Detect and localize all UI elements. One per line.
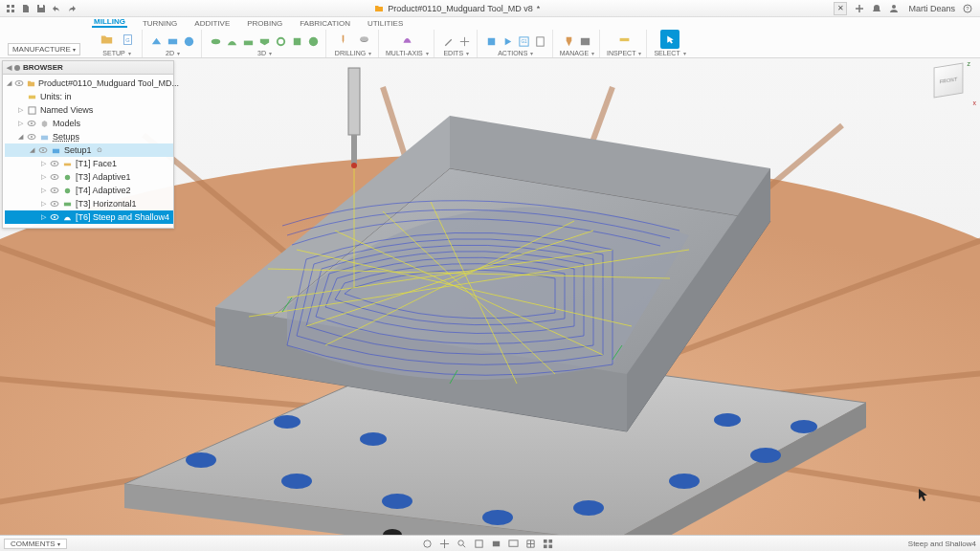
tree-models[interactable]: ▷Models	[5, 117, 173, 130]
undo-icon[interactable]	[50, 2, 63, 15]
bottom-bar: COMMENTS ▾ Steep and Shallow4	[0, 535, 980, 551]
2d-op1-icon[interactable]	[149, 34, 164, 49]
tree-setup1[interactable]: ◢Setup1⊙	[5, 143, 173, 157]
display-icon[interactable]	[507, 538, 520, 550]
tree-named-views[interactable]: ▷Named Views	[5, 103, 173, 117]
tree-root[interactable]: ◢Product#0110_Mudguard Tool_MD...	[5, 77, 173, 90]
fit-icon[interactable]	[473, 538, 485, 550]
2d-op2-icon[interactable]	[166, 34, 180, 49]
tree-units[interactable]: Units: in	[5, 90, 173, 103]
ribbon-tabs: MILLING TURNING ADDITIVE PROBING FABRICA…	[88, 17, 980, 28]
extensions-icon[interactable]	[853, 2, 866, 15]
3d-op5-icon[interactable]	[274, 34, 288, 49]
svg-point-37	[186, 452, 216, 468]
svg-point-41	[573, 500, 604, 516]
tree-setups[interactable]: ◢Setups	[5, 130, 173, 143]
svg-rect-93	[64, 202, 71, 206]
svg-rect-20	[537, 37, 544, 46]
close-document-button[interactable]: ✕	[834, 2, 847, 15]
3d-op3-icon[interactable]	[241, 34, 256, 49]
svg-point-83	[54, 163, 56, 165]
tool-library-icon[interactable]	[562, 34, 576, 49]
svg-rect-9	[168, 39, 177, 45]
3d-op2-icon[interactable]	[225, 34, 239, 49]
edit-op2-icon[interactable]	[457, 34, 472, 49]
3d-op6-icon[interactable]	[290, 34, 304, 49]
simulate-icon[interactable]	[501, 34, 515, 49]
view-cube[interactable]: FRONT z x	[932, 64, 972, 104]
viewports-icon[interactable]	[542, 538, 554, 550]
svg-rect-1	[11, 5, 14, 8]
svg-point-4	[892, 5, 896, 9]
orbit-icon[interactable]	[421, 538, 434, 550]
3d-op7-icon[interactable]	[306, 34, 321, 49]
save-icon[interactable]	[34, 2, 48, 15]
look-at-icon[interactable]	[490, 538, 502, 550]
cutting-tool	[348, 68, 360, 168]
3d-op4-icon[interactable]	[257, 34, 272, 49]
task-manager-icon[interactable]	[578, 34, 592, 49]
svg-point-16	[360, 36, 368, 41]
tree-op-steep-shallow4[interactable]: ▷[T6] Steep and Shallow4	[5, 210, 173, 224]
file-icon[interactable]	[19, 2, 33, 15]
tree-op-adaptive2[interactable]: ▷[T4] Adaptive2	[5, 184, 173, 197]
svg-rect-3	[11, 10, 14, 12]
edit-op1-icon[interactable]	[441, 34, 456, 49]
2d-op3-icon[interactable]	[182, 34, 196, 49]
svg-point-10	[185, 37, 193, 46]
folder-icon[interactable]	[97, 30, 116, 49]
browser-header[interactable]: ◀BROWSER	[3, 61, 173, 75]
hole-icon[interactable]	[354, 30, 373, 49]
pan-icon[interactable]	[438, 538, 451, 550]
svg-line-98	[462, 544, 465, 547]
svg-point-80	[42, 149, 44, 151]
multiaxis-icon[interactable]	[397, 30, 416, 49]
tree-op-adaptive1[interactable]: ▷[T3] Adaptive1	[5, 170, 173, 184]
select-icon[interactable]	[660, 30, 679, 49]
tab-additive[interactable]: ADDITIVE	[192, 19, 232, 28]
tree-op-face1[interactable]: ▷[T1] Face1	[5, 157, 173, 170]
drill-icon[interactable]	[333, 30, 352, 49]
svg-text:G1: G1	[521, 39, 527, 44]
svg-point-40	[482, 510, 513, 525]
svg-rect-84	[64, 163, 71, 165]
tab-milling[interactable]: MILLING	[92, 17, 127, 28]
title-bar: Product#0110_Mudguard Tool_MD v8 ✕ Marti…	[0, 0, 980, 17]
svg-rect-68	[351, 135, 357, 164]
postprocess-icon[interactable]: G1	[517, 34, 531, 49]
svg-point-87	[65, 174, 70, 179]
tab-utilities[interactable]: UTILITIES	[366, 19, 405, 28]
measure-icon[interactable]	[614, 30, 634, 49]
tab-probing[interactable]: PROBING	[245, 19, 284, 28]
generate-icon[interactable]	[484, 34, 499, 49]
tab-fabrication[interactable]: FABRICATION	[298, 19, 352, 28]
tab-turning[interactable]: TURNING	[141, 19, 179, 28]
svg-point-95	[54, 216, 56, 218]
app-menu-icon[interactable]	[4, 2, 17, 15]
document-title: Product#0110_Mudguard Tool_MD v8	[80, 4, 834, 13]
nc-program-icon[interactable]: G	[118, 30, 137, 49]
workspace-switcher[interactable]: MANUFACTURE ▾	[0, 17, 88, 57]
svg-point-46	[360, 432, 387, 446]
notifications-icon[interactable]	[870, 2, 883, 15]
zoom-icon[interactable]	[456, 538, 468, 550]
svg-point-96	[424, 540, 431, 546]
group-manage: MANAGE	[555, 30, 600, 57]
help-icon[interactable]: ?	[961, 2, 974, 15]
grid-icon[interactable]	[524, 538, 537, 550]
user-avatar-icon[interactable]	[887, 2, 901, 15]
tree-op-horizontal1[interactable]: ▷[T3] Horizontal1	[5, 197, 173, 210]
axis-x-label: x	[973, 99, 977, 106]
redo-icon[interactable]	[65, 2, 78, 15]
svg-point-45	[274, 415, 301, 429]
comments-button[interactable]: COMMENTS ▾	[4, 539, 67, 549]
axis-z-label: z	[968, 60, 971, 67]
svg-rect-0	[7, 5, 10, 8]
setup-sheet-icon[interactable]	[533, 34, 547, 49]
group-select: SELECT	[649, 30, 690, 57]
user-name: Marti Deans	[908, 4, 955, 13]
3d-op1-icon[interactable]	[209, 34, 223, 49]
svg-point-69	[351, 163, 357, 168]
group-drilling: DRILLING	[328, 30, 379, 57]
svg-rect-73	[29, 106, 35, 113]
